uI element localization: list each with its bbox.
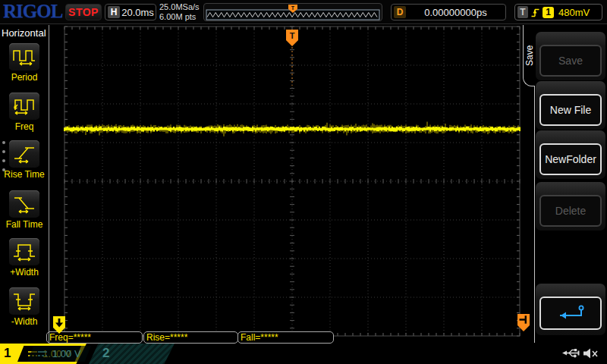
left-menu-title: Horizontal [2, 27, 46, 39]
return-arrow-icon [552, 303, 589, 322]
sidebar-item-label: Freq [2, 121, 47, 132]
h-label: H [108, 6, 120, 18]
delete-button[interactable]: Delete [539, 195, 602, 227]
rigol-logo: RIGOL [3, 1, 62, 22]
softkey-2: New File [536, 81, 605, 130]
softkey-3: NewFolder [536, 130, 605, 179]
period-icon [13, 46, 36, 67]
softkey-back [536, 284, 605, 335]
graticule-display[interactable]: T [46, 25, 531, 337]
freq-icon [13, 96, 36, 117]
channel2-badge[interactable]: 2 [89, 344, 175, 364]
acquisition-info: 25.0MSa/s 6.00M pts [159, 2, 200, 22]
run-state-indicator[interactable]: STOP [65, 4, 102, 20]
minus-width-icon [13, 290, 36, 312]
trigger-delay-box[interactable]: D 0.00000000ps [391, 4, 506, 20]
plus-width-icon [13, 241, 36, 262]
tab-save-menu[interactable]: Save [524, 29, 536, 82]
rise-time-icon [13, 143, 36, 165]
sidebar-item-label: Fall Time [2, 219, 47, 230]
delay-label: D [394, 6, 406, 18]
sidebar-item-plus-width[interactable]: +Width [2, 238, 47, 278]
sample-rate: 25.0MSa/s [159, 2, 200, 12]
sidebar-item-fall-time[interactable]: Fall Time [2, 190, 47, 230]
softkey-1: Save [536, 32, 605, 80]
trigger-label: T [517, 6, 528, 18]
channel1-number: 1 [4, 346, 11, 361]
sidebar-item-period[interactable]: Period [2, 43, 47, 83]
sidebar-item-minus-width[interactable]: -Width [2, 287, 47, 327]
waveform-preview[interactable]: T [203, 3, 382, 21]
fall-time-icon [13, 193, 36, 215]
svg-text:T: T [290, 31, 295, 40]
usb-icon [562, 347, 580, 359]
save-button[interactable]: Save [539, 45, 602, 77]
trigger-level-value: 480mV [558, 7, 590, 18]
memory-depth: 6.00M pts [159, 12, 200, 22]
channel-status-bar: 1 1.00 V 2 1.00 V [0, 344, 607, 364]
delay-value: 0.00000000ps [406, 7, 505, 18]
new-folder-button[interactable]: NewFolder [539, 143, 602, 175]
measurement-rise: Rise=***** [143, 331, 238, 344]
new-file-button[interactable]: New File [539, 94, 602, 126]
channel2-scale-box: 1.00 V [27, 346, 91, 362]
measurement-freq: Freq=***** [46, 331, 143, 344]
sidebar-item-rise-time[interactable]: Rise Time [2, 140, 47, 180]
sidebar-item-freq[interactable]: Freq [2, 93, 47, 132]
timebase-value: 20.0ms [120, 7, 156, 18]
sidebar-item-label: Rise Time [2, 169, 47, 180]
trigger-source-badge: 1 [543, 7, 554, 18]
channel2-number: 2 [102, 346, 109, 361]
measurement-fall: Fall=***** [237, 331, 334, 344]
sidebar-item-label: -Width [2, 316, 47, 327]
horizontal-timebase-box[interactable]: H 20.0ms [105, 4, 156, 20]
channel2-scale: 1.00 V [52, 348, 81, 359]
return-button[interactable] [539, 297, 602, 330]
rising-edge-icon [530, 6, 540, 19]
sidebar-item-label: +Width [2, 267, 47, 278]
run-state-label: STOP [68, 6, 99, 18]
svg-text:T: T [291, 5, 295, 11]
left-menu-divider [49, 25, 49, 343]
right-menu-edge [534, 86, 535, 343]
speaker-muted-icon [582, 347, 600, 360]
trigger-status-box[interactable]: T 1 480mV [514, 4, 602, 20]
trigger-position-marker-icon: T [286, 30, 298, 46]
sidebar-item-label: Period [2, 72, 47, 83]
softkey-4: Delete [536, 182, 605, 231]
dc-coupling-icon [37, 350, 48, 357]
top-status-bar: RIGOL STOP H 20.0ms 25.0MSa/s 6.00M pts … [0, 0, 607, 24]
